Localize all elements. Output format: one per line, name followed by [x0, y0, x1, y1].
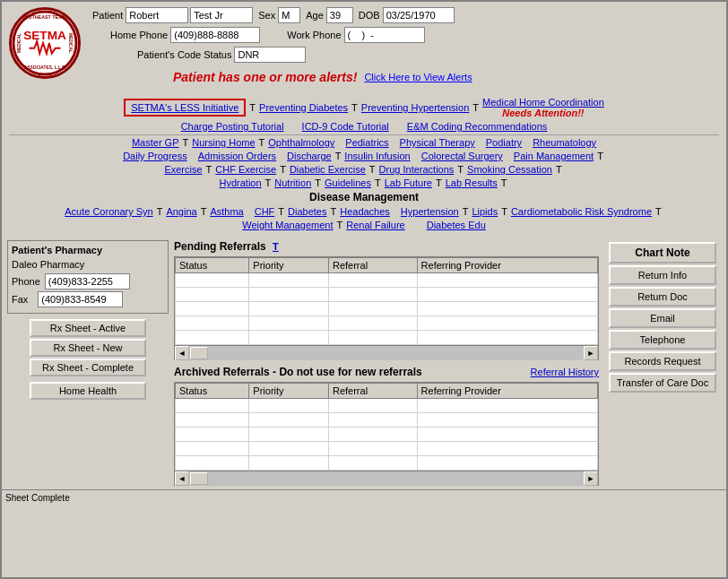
preventing-diabetes-link[interactable]: Preventing Diabetes	[259, 102, 348, 113]
pending-col-priority: Priority	[249, 258, 329, 273]
home-phone-input[interactable]	[170, 27, 260, 43]
charge-posting-link[interactable]: Charge Posting Tutorial	[181, 121, 284, 132]
chf-exercise-link[interactable]: CHF Exercise	[215, 164, 276, 175]
table-row	[176, 456, 598, 471]
physical-therapy-link[interactable]: Physical Therapy	[400, 137, 475, 148]
hypertension-link[interactable]: Hypertension	[401, 206, 459, 217]
pending-scroll-track[interactable]	[189, 346, 584, 360]
records-request-button[interactable]: Records Request	[609, 351, 716, 371]
daily-progress-link[interactable]: Daily Progress	[123, 151, 187, 161]
lipids-link[interactable]: Lipids	[472, 206, 498, 217]
diabetes-edu-link[interactable]: Diabetes Edu	[427, 220, 486, 230]
medical-home-link[interactable]: Medical Home Coordination	[482, 97, 604, 108]
em-coding-link[interactable]: E&M Coding Recommendations	[407, 121, 548, 132]
telephone-button[interactable]: Telephone	[609, 330, 716, 350]
patient-label: Patient	[92, 10, 123, 21]
chf-link[interactable]: CHF	[255, 206, 275, 217]
pharmacy-box: Patient's Pharmacy Daleo Pharmacy Phone …	[7, 240, 169, 314]
archived-table-scrollbar[interactable]: ◄ ►	[174, 471, 599, 486]
archived-scroll-track[interactable]	[189, 471, 584, 486]
pending-referrals-t[interactable]: T	[273, 241, 279, 252]
return-doc-button[interactable]: Return Doc	[609, 287, 716, 307]
sep36: T	[655, 206, 662, 217]
discharge-link[interactable]: Discharge	[287, 151, 332, 161]
archived-scroll-left[interactable]: ◄	[175, 471, 189, 486]
archived-referrals-header: Archived Referrals - Do not use for new …	[174, 366, 599, 378]
archived-referrals-title: Archived Referrals - Do not use for new …	[174, 366, 422, 378]
chart-note-button[interactable]: Chart Note	[609, 242, 716, 264]
acute-coronary-link[interactable]: Acute Coronary Syn	[65, 206, 152, 217]
rx-new-button[interactable]: Rx Sheet - New	[30, 339, 146, 357]
podiatry-link[interactable]: Podiatry	[486, 137, 522, 148]
patient-last-name[interactable]	[190, 7, 253, 23]
code-status-label: Patient's Code Status	[137, 49, 231, 60]
hydration-link[interactable]: Hydration	[220, 177, 262, 188]
pain-management-link[interactable]: Pain Management	[514, 151, 594, 161]
home-health-button[interactable]: Home Health	[30, 382, 146, 400]
lab-results-link[interactable]: Lab Results	[446, 177, 498, 188]
svg-text:SOUTHEAST TEXAS: SOUTHEAST TEXAS	[22, 14, 69, 20]
table-row	[176, 302, 598, 316]
rx-complete-button[interactable]: Rx Sheet - Complete	[30, 359, 146, 376]
sep22: T	[556, 164, 562, 175]
lab-future-link[interactable]: Lab Future	[385, 177, 432, 188]
alert-link[interactable]: Click Here to View Alerts	[364, 72, 472, 82]
table-row	[176, 442, 598, 456]
diabetes-link[interactable]: Diabetes	[288, 206, 326, 217]
dob-input[interactable]	[383, 7, 455, 23]
icd9-link[interactable]: ICD-9 Code Tutorial	[302, 121, 389, 132]
headaches-link[interactable]: Headaches	[340, 206, 390, 217]
pharmacy-phone-label: Phone	[12, 276, 40, 287]
sep18: T	[206, 164, 212, 175]
content-area: Patient's Pharmacy Daleo Pharmacy Phone …	[2, 237, 726, 489]
pharmacy-name: Daleo Pharmacy	[12, 259, 164, 270]
pharmacy-phone-input[interactable]	[45, 273, 130, 290]
pending-scroll-left[interactable]: ◄	[175, 346, 189, 360]
smoking-cessation-link[interactable]: Smoking Cessation	[467, 164, 552, 175]
preventing-hypertension-link[interactable]: Preventing Hypertension	[361, 102, 469, 113]
less-initiative-link[interactable]: SETMA's LESS Initiative	[124, 99, 246, 117]
pending-table-scrollbar[interactable]: ◄ ►	[174, 346, 599, 360]
work-phone-input[interactable]	[344, 27, 425, 43]
exercise-link[interactable]: Exercise	[164, 164, 202, 175]
pharmacy-fax-input[interactable]	[38, 291, 123, 307]
archived-scroll-right[interactable]: ►	[584, 471, 598, 486]
master-gp-link[interactable]: Master GP	[132, 137, 179, 148]
pending-referrals-table-container: Status Priority Referral Referring Provi…	[174, 256, 599, 346]
code-status-input[interactable]	[234, 47, 306, 63]
table-row	[176, 331, 598, 345]
nursing-home-link[interactable]: Nursing Home	[192, 137, 255, 148]
svg-text:MEDICAL: MEDICAL	[17, 33, 22, 53]
patient-first-name[interactable]	[126, 7, 188, 23]
sex-input[interactable]	[278, 7, 300, 23]
pediatrics-link[interactable]: Pediatrics	[345, 137, 388, 148]
sep37: T	[337, 220, 343, 230]
nutrition-link[interactable]: Nutrition	[274, 177, 311, 188]
colorectal-surgery-link[interactable]: Colorectal Surgery	[421, 151, 503, 161]
asthma-link[interactable]: Asthma	[210, 206, 243, 217]
rx-active-button[interactable]: Rx Sheet - Active	[30, 319, 146, 337]
sep19: T	[280, 164, 286, 175]
drug-interactions-link[interactable]: Drug Interactions	[379, 164, 455, 175]
status-bar: Sheet Complete	[2, 489, 726, 506]
admission-orders-link[interactable]: Admission Orders	[198, 151, 276, 161]
cardiometabolic-link[interactable]: Cardiometabolic Risk Syndrome	[511, 206, 652, 217]
renal-failure-link[interactable]: Renal Failure	[346, 220, 404, 230]
guidelines-link[interactable]: Guidelines	[325, 177, 371, 188]
nav-section: SETMA's LESS Initiative T Preventing Dia…	[2, 93, 726, 237]
angina-link[interactable]: Angina	[166, 206, 196, 217]
pending-scroll-right[interactable]: ►	[584, 346, 598, 360]
transfer-doc-button[interactable]: Transfer of Care Doc	[609, 373, 716, 393]
diabetic-exercise-link[interactable]: Diabetic Exercise	[290, 164, 366, 175]
rheumatology-link[interactable]: Rheumatology	[533, 137, 596, 148]
return-info-button[interactable]: Return Info	[609, 265, 716, 285]
age-input[interactable]	[326, 7, 353, 23]
email-button[interactable]: Email	[609, 308, 716, 328]
right-panel: Chart Note Return Info Return Doc Email …	[604, 240, 721, 486]
ophthalmology-link[interactable]: Ophthalmology	[268, 137, 334, 148]
sep29: T	[201, 206, 207, 217]
sex-label: Sex	[258, 10, 275, 21]
insulin-infusion-link[interactable]: Insulin Infusion	[344, 151, 410, 161]
weight-management-link[interactable]: Weight Management	[242, 220, 333, 230]
referral-history-link[interactable]: Referral History	[531, 367, 599, 377]
